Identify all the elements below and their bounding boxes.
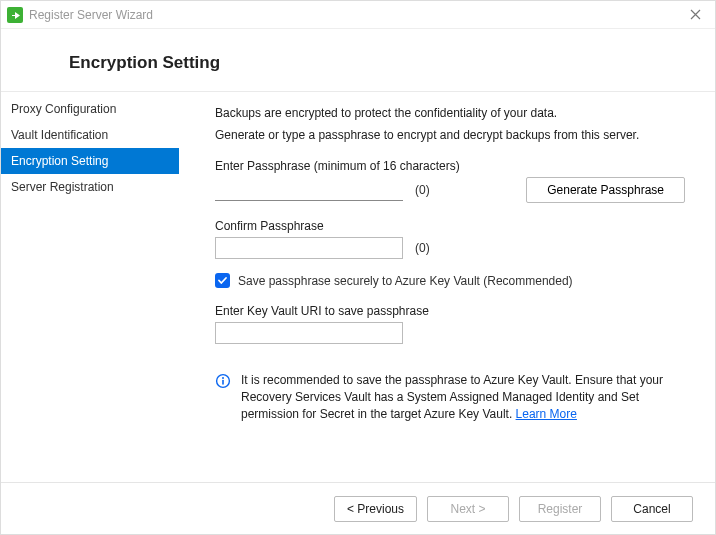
register-button[interactable]: Register xyxy=(519,496,601,522)
confirm-passphrase-input[interactable] xyxy=(215,237,403,259)
titlebar: Register Server Wizard xyxy=(1,1,715,29)
intro-text-2: Generate or type a passphrase to encrypt… xyxy=(215,127,685,143)
confirm-passphrase-count: (0) xyxy=(415,241,430,255)
info-icon xyxy=(215,373,231,389)
enter-passphrase-count: (0) xyxy=(415,183,430,197)
save-to-key-vault-checkbox[interactable] xyxy=(215,273,230,288)
next-button[interactable]: Next > xyxy=(427,496,509,522)
info-text-body: It is recommended to save the passphrase… xyxy=(241,373,663,421)
enter-passphrase-label: Enter Passphrase (minimum of 16 characte… xyxy=(215,159,685,173)
enter-passphrase-input[interactable] xyxy=(215,179,403,201)
wizard-header: Encryption Setting xyxy=(1,29,715,91)
app-icon xyxy=(7,7,23,23)
sidebar-step-vault-identification[interactable]: Vault Identification xyxy=(1,122,179,148)
page-title: Encryption Setting xyxy=(69,53,715,73)
cancel-button[interactable]: Cancel xyxy=(611,496,693,522)
wizard-footer: < Previous Next > Register Cancel xyxy=(1,482,715,534)
save-to-key-vault-label: Save passphrase securely to Azure Key Va… xyxy=(238,274,573,288)
learn-more-link[interactable]: Learn More xyxy=(516,407,577,421)
key-vault-uri-label: Enter Key Vault URI to save passphrase xyxy=(215,304,685,318)
sidebar-step-proxy-configuration[interactable]: Proxy Configuration xyxy=(1,96,179,122)
content-area: Backups are encrypted to protect the con… xyxy=(179,92,715,477)
wizard-steps-sidebar: Proxy Configuration Vault Identification… xyxy=(1,92,179,477)
key-vault-uri-input[interactable] xyxy=(215,322,403,344)
confirm-passphrase-label: Confirm Passphrase xyxy=(215,219,685,233)
previous-button[interactable]: < Previous xyxy=(334,496,417,522)
generate-passphrase-button[interactable]: Generate Passphrase xyxy=(526,177,685,203)
info-text: It is recommended to save the passphrase… xyxy=(241,372,685,422)
close-icon[interactable] xyxy=(684,3,707,27)
svg-point-2 xyxy=(222,377,224,379)
sidebar-step-server-registration[interactable]: Server Registration xyxy=(1,174,179,200)
intro-text-1: Backups are encrypted to protect the con… xyxy=(215,105,685,121)
svg-rect-3 xyxy=(222,380,224,385)
window-title: Register Server Wizard xyxy=(29,8,153,22)
sidebar-step-encryption-setting[interactable]: Encryption Setting xyxy=(1,148,179,174)
